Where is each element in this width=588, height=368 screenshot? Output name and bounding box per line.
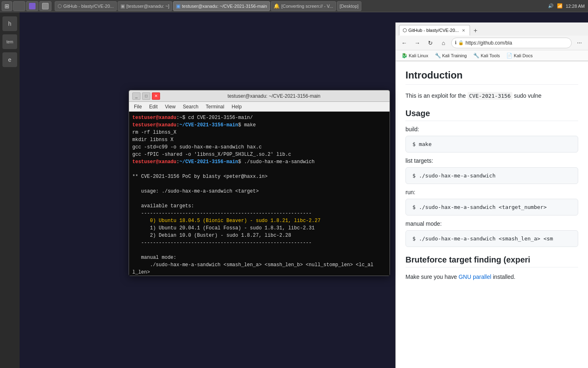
manual-code-block: $ ./sudo-hax-me-a-sandwich <smash_len_a>… — [405, 230, 578, 247]
terminal-close-button[interactable]: ✕ — [152, 92, 160, 100]
kali-linux-icon: 🐉 — [401, 53, 408, 58]
terminal-menu: File Edit View Search Terminal Help — [129, 102, 390, 112]
manual-label: manual mode: — [405, 220, 578, 227]
term-line-20: manual mode: — [132, 254, 386, 261]
bookmark-kali-tools[interactable]: 🔧 Kali Tools — [471, 52, 502, 59]
github-favicon: ⬡ — [403, 27, 407, 33]
brute-rest: installed. — [493, 274, 515, 280]
list-code: $ ./sudo-hax-me-a-sandwich — [412, 173, 496, 179]
home-button[interactable]: ⌂ — [438, 38, 449, 48]
build-label: build: — [405, 126, 578, 132]
security-info-icon[interactable]: ℹ — [455, 40, 457, 45]
new-tab-button[interactable]: + — [471, 26, 481, 36]
term-line-10 — [132, 180, 386, 188]
kali-tools-label: Kali Tools — [481, 53, 500, 58]
sidebar: h tem e — [0, 12, 20, 368]
kali-tools-icon: 🔧 — [473, 53, 479, 58]
list-code-block: $ ./sudo-hax-me-a-sandwich — [405, 167, 578, 184]
kali-training-icon: 🔧 — [435, 53, 441, 58]
terminal-menu-help[interactable]: Help — [228, 103, 245, 110]
terminal-menu-file[interactable]: File — [131, 103, 145, 110]
bookmark-kali-docs[interactable]: 📄 Kali Docs — [504, 52, 535, 59]
lock-icon: 🔒 — [458, 40, 464, 45]
taskbar-files-icon[interactable] — [13, 1, 25, 11]
term-line-21: ./sudo-hax-me-a-sandwich <smash_len_a> <… — [132, 261, 386, 269]
term-line-8 — [132, 166, 386, 173]
term-line-4: mkdir libnss X — [132, 136, 386, 144]
sidebar-icon-3[interactable]: e — [2, 52, 17, 67]
network-icon[interactable]: 📶 — [557, 3, 563, 9]
gnu-parallel-link[interactable]: GNU parallel — [459, 274, 491, 280]
browser-toolbar: ← → ↻ ⌂ ℹ 🔒 https://github.com/bla ⋯ — [396, 36, 588, 50]
terminal-menu-edit[interactable]: Edit — [146, 103, 161, 110]
taskbar-left: ⊞ ⬡ GitHub - blasty/CVE-20... ▣ [testuse… — [0, 1, 361, 11]
run-code: $ ./sudo-hax-me-a-sandwich <target_numbe… — [412, 204, 547, 210]
term-line-16: 1) Ubuntu 20.04.1 (Focal Fossa) - sudo 1… — [132, 224, 386, 232]
terminal-menu-search[interactable]: Search — [180, 103, 202, 110]
term-line-11: usage: ./sudo-hax-me-a-sandwich <target> — [132, 188, 386, 195]
cve-code: CVE-2021-3156 — [468, 92, 512, 100]
intro-text: This is an exploit for the — [405, 92, 466, 99]
run-code-block: $ ./sudo-hax-me-a-sandwich <target_numbe… — [405, 199, 578, 215]
tab-close-button[interactable]: ✕ — [461, 27, 466, 33]
taskbar-tab-screen[interactable]: 🔔 [Converting screen:// - V... — [271, 1, 336, 11]
terminal-menu-view[interactable]: View — [162, 103, 179, 110]
terminal-maximize-button[interactable]: □ — [142, 92, 150, 100]
term-line-1: testuser@xanadu:~$ cd CVE-2021-3156-main… — [132, 114, 386, 121]
back-button[interactable]: ← — [399, 38, 410, 48]
browser-chrome: ⬡ GitHub - blasty/CVE-20... ✕ + ← → ↻ ⌂ … — [396, 22, 588, 61]
bookmark-kali-linux[interactable]: 🐉 Kali Linux — [399, 52, 431, 59]
build-code: $ make — [412, 141, 432, 147]
volume-icon[interactable]: 🔊 — [548, 3, 554, 9]
build-code-block: $ make — [405, 136, 578, 153]
intro-paragraph: This is an exploit for the CVE-2021-3156… — [405, 91, 578, 101]
clock: 12:28 AM — [566, 4, 585, 9]
term-line-3: rm -rf libnss_X — [132, 129, 386, 136]
term-line-12 — [132, 195, 386, 202]
taskbar-tab-github[interactable]: ⬡ GitHub - blasty/CVE-20... — [55, 1, 117, 11]
run-label: run: — [405, 189, 578, 195]
term-line-14: ----------------------------------------… — [132, 210, 386, 217]
terminal-menu-terminal[interactable]: Terminal — [203, 103, 227, 110]
term-line-6: gcc -fPIC -shared -o 'libnss_X/P0P_SH3LL… — [132, 151, 386, 158]
term-line-9: ** CVE-2021-3156 PoC by blasty <peter@ha… — [132, 173, 386, 180]
sidebar-icon-2[interactable]: tem — [2, 34, 17, 49]
sidebar-icon-1[interactable]: h — [2, 16, 17, 31]
browser-window: ⬡ GitHub - blasty/CVE-20... ✕ + ← → ↻ ⌂ … — [395, 22, 588, 368]
list-label: list targets: — [405, 157, 578, 164]
reload-button[interactable]: ↻ — [425, 38, 436, 48]
taskbar-app-launcher[interactable]: ⊞ — [2, 1, 12, 11]
manual-code: $ ./sudo-hax-me-a-sandwich <smash_len_a>… — [412, 236, 553, 242]
forward-button[interactable]: → — [412, 38, 423, 48]
browser-tab-active[interactable]: ⬡ GitHub - blasty/CVE-20... ✕ — [399, 25, 470, 36]
terminal-titlebar: _ □ ✕ testuser@xanadu: ~/CVE-2021-3156-m… — [129, 90, 390, 102]
extensions-icon[interactable]: ⋯ — [574, 38, 585, 48]
terminal-window-title: testuser@xanadu: ~/CVE-2021-3156-main — [162, 93, 386, 99]
terminal-minimize-button[interactable]: _ — [132, 92, 140, 100]
terminal-window: _ □ ✕ testuser@xanadu: ~/CVE-2021-3156-m… — [129, 90, 390, 276]
taskbar-tab-terminal1[interactable]: ▣ [testuser@xanadu: ~] — [118, 1, 172, 11]
browser-tabs: ⬡ GitHub - blasty/CVE-20... ✕ + — [396, 22, 588, 36]
intro-heading: Introduction — [405, 70, 578, 85]
bookmarks-bar: 🐉 Kali Linux 🔧 Kali Training 🔧 Kali Tool… — [396, 50, 588, 61]
taskbar-tab-desktop[interactable]: [Desktop] — [337, 1, 361, 11]
address-bar[interactable]: ℹ 🔒 https://github.com/bla — [451, 38, 572, 48]
taskbar-tab-terminal2[interactable]: ▣ testuser@xanadu: ~/CVE-2021-3156-main — [173, 1, 270, 11]
term-line-5: gcc -std=c99 -o sudo-hax-me-a-sandwich h… — [132, 144, 386, 151]
term-line-19 — [132, 247, 386, 254]
taskbar-app2-icon[interactable] — [26, 1, 38, 11]
tab-label: GitHub - blasty/CVE-20... — [408, 28, 459, 33]
terminal-body[interactable]: testuser@xanadu:~$ cd CVE-2021-3156-main… — [129, 112, 390, 276]
kali-training-label: Kali Training — [442, 53, 467, 58]
term-line-15: 0) Ubuntu 18.04.5 (Bionic Beaver) - sudo… — [132, 217, 386, 224]
kali-docs-icon: 📄 — [506, 53, 512, 58]
intro-rest: sudo vulne — [514, 92, 541, 99]
term-line-13: available targets: — [132, 202, 386, 210]
brute-heading: Bruteforce target finding (experi — [405, 255, 578, 267]
bookmark-kali-training[interactable]: 🔧 Kali Training — [432, 52, 470, 59]
term-line-2: testuser@xanadu:~/CVE-2021-3156-main$ ma… — [132, 121, 386, 129]
taskbar-app3-icon[interactable] — [39, 1, 51, 11]
github-content: Introduction This is an exploit for the … — [396, 61, 588, 368]
term-line-18: ----------------------------------------… — [132, 239, 386, 247]
taskbar: ⊞ ⬡ GitHub - blasty/CVE-20... ▣ [testuse… — [0, 0, 588, 12]
